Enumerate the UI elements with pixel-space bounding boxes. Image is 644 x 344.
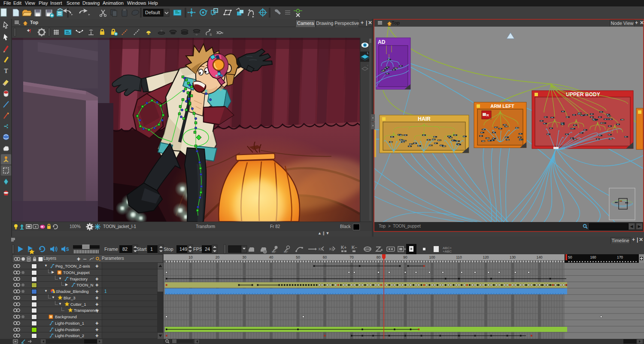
svg-text:AD: AD — [378, 39, 386, 45]
svg-text:50: 50 — [296, 255, 300, 259]
svg-text:+: + — [77, 256, 80, 262]
svg-text:10: 10 — [188, 255, 193, 259]
svg-text:+: + — [99, 259, 101, 262]
svg-text:20: 20 — [216, 255, 220, 259]
svg-text:c: c — [367, 64, 368, 67]
svg-text:140: 140 — [536, 255, 542, 259]
svg-text:KF: KF — [284, 250, 288, 254]
svg-text:90: 90 — [403, 255, 407, 259]
svg-text:Default: Default — [145, 10, 160, 15]
svg-text:82: 82 — [122, 247, 128, 252]
svg-text:S: S — [66, 247, 69, 252]
svg-text:40: 40 — [269, 255, 273, 259]
svg-text:120: 120 — [483, 255, 489, 259]
svg-text:KF: KF — [272, 250, 276, 254]
svg-text:R: R — [486, 113, 489, 117]
svg-text:HAIR: HAIR — [418, 116, 431, 122]
svg-text:110: 110 — [456, 255, 462, 259]
svg-text:Stop: Stop — [164, 247, 173, 252]
svg-text:–: – — [83, 256, 87, 262]
svg-text:24: 24 — [205, 247, 210, 252]
svg-text:60: 60 — [323, 255, 327, 259]
svg-text:70: 70 — [349, 255, 354, 259]
svg-text:K+: K+ — [341, 245, 346, 250]
svg-text:30: 30 — [242, 255, 246, 259]
svg-text:K–: K– — [352, 245, 357, 250]
svg-text:1: 1 — [150, 247, 153, 252]
svg-text:100: 100 — [429, 255, 435, 259]
svg-text:+ABC: +ABC — [443, 250, 452, 253]
svg-text:L: L — [367, 52, 369, 55]
svg-text:ARM LEFT: ARM LEFT — [490, 104, 514, 109]
svg-text:170: 170 — [617, 255, 623, 259]
svg-text:160: 160 — [590, 255, 596, 259]
svg-text:FPS: FPS — [193, 247, 202, 252]
svg-text:Start: Start — [137, 247, 146, 252]
svg-text:Frame: Frame — [104, 247, 118, 252]
svg-text:130: 130 — [510, 255, 516, 259]
svg-text:149: 149 — [179, 247, 187, 252]
svg-text:50: 50 — [568, 255, 572, 259]
svg-text:+: + — [92, 256, 94, 260]
svg-text:80: 80 — [377, 255, 381, 259]
svg-text:S: S — [210, 33, 212, 37]
svg-text:T: T — [4, 67, 8, 74]
